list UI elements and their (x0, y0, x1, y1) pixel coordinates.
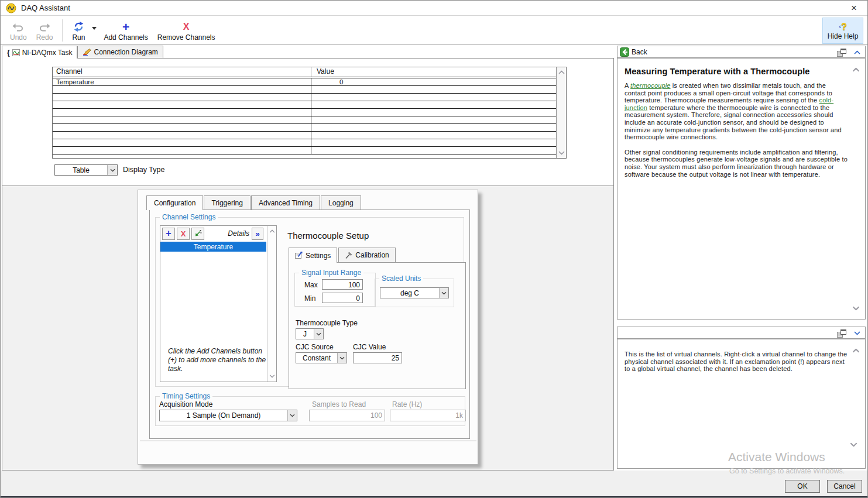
chevron-down-icon[interactable] (439, 288, 448, 298)
run-dropdown-button[interactable] (90, 23, 99, 33)
scroll-up-icon[interactable] (558, 70, 565, 74)
max-label: Max (304, 281, 318, 289)
collapse-panel-icon[interactable] (854, 50, 860, 54)
thermocouple-type-value: J (296, 329, 314, 339)
tab-connection-diagram-label: Connection Diagram (94, 48, 157, 56)
tab-settings[interactable]: Settings (289, 248, 337, 263)
tab-triggering[interactable]: Triggering (204, 195, 251, 209)
add-channel-button[interactable]: + (162, 228, 175, 240)
config-tab-strip: Configuration Triggering Advanced Timing… (146, 195, 362, 209)
float-window-icon[interactable] (837, 329, 846, 338)
tab-logging[interactable]: Logging (321, 195, 361, 209)
remove-channels-button[interactable]: X Remove Channels (153, 16, 220, 44)
table-row[interactable] (53, 101, 556, 109)
redo-label: Redo (36, 33, 53, 42)
channel-list-scrollbar[interactable] (267, 226, 276, 382)
cjc-value-label: CJC Value (353, 343, 386, 351)
channel-settings-group: Channel Settings + X Details » Temperatu… (155, 217, 464, 387)
add-channels-button[interactable]: + Add Channels (99, 16, 152, 44)
chevron-down-icon[interactable] (337, 353, 346, 363)
value-column-header: Value (311, 67, 556, 77)
app-icon (6, 3, 16, 13)
table-row[interactable] (53, 124, 556, 132)
thermocouple-settings-box: Signal Input Range Max 100 Min 0 Scaled … (289, 262, 466, 389)
chevron-down-icon[interactable] (287, 410, 297, 421)
rate-input[interactable]: 1k (390, 410, 466, 421)
channel-column-header: Channel (53, 67, 311, 77)
main-toolbar: Undo Redo Run + Add Chann (1, 16, 867, 45)
scroll-up-icon[interactable] (852, 67, 860, 72)
details-label: Details (228, 229, 252, 238)
undo-button[interactable]: Undo (5, 16, 32, 44)
delete-channel-button[interactable]: X (177, 228, 190, 240)
plus-icon: + (166, 229, 171, 238)
scroll-up-icon[interactable] (852, 348, 860, 353)
table-row[interactable] (53, 116, 556, 124)
details-expand-button[interactable]: » (252, 228, 263, 240)
samples-to-read-input[interactable]: 100 (309, 410, 385, 421)
help-paragraph-2: Other signal conditioning requirements i… (625, 149, 848, 178)
hide-help-button[interactable]: ‹? Hide Help (822, 18, 863, 44)
channel-list-item-selected[interactable]: Temperature (160, 242, 266, 252)
tab-configuration[interactable]: Configuration (146, 195, 203, 210)
context-help-header (617, 327, 866, 339)
max-input[interactable]: 100 (322, 279, 363, 290)
hide-help-label: Hide Help (828, 32, 859, 40)
table-row[interactable] (53, 86, 556, 94)
tab-calibration[interactable]: Calibration (338, 248, 395, 262)
cjc-value-input[interactable]: 25 (353, 352, 402, 363)
configuration-body: Channel Settings + X Details » Temperatu… (149, 209, 470, 439)
run-button[interactable]: Run (67, 16, 90, 44)
tab-connection-diagram[interactable]: Connection Diagram (77, 46, 163, 58)
chevron-down-icon[interactable] (107, 165, 117, 175)
tab-settings-label: Settings (306, 252, 331, 260)
double-chevron-icon: » (255, 229, 259, 238)
ok-button[interactable]: OK (785, 480, 820, 493)
thermocouple-link[interactable]: thermocouple (630, 82, 670, 89)
tab-advanced-timing[interactable]: Advanced Timing (251, 195, 320, 209)
table-row[interactable] (53, 147, 556, 154)
back-button[interactable]: Back (617, 47, 647, 57)
scroll-down-icon[interactable] (850, 442, 857, 447)
reroute-arrow-icon (194, 229, 202, 238)
taskbar-edge (1, 496, 867, 497)
display-type-select[interactable]: Table (54, 164, 118, 176)
cancel-button[interactable]: Cancel (827, 480, 862, 493)
table-header: Channel Value (53, 67, 556, 77)
table-row[interactable] (53, 94, 556, 101)
table-scrollbar[interactable] (556, 67, 566, 158)
expand-panel-icon[interactable] (854, 331, 860, 335)
min-input[interactable]: 0 (322, 293, 363, 303)
float-window-icon[interactable] (837, 49, 846, 57)
scaled-units-group: Scaled Units deg C (375, 279, 454, 307)
scaled-units-select[interactable]: deg C (380, 287, 449, 298)
task-tab-strip: { NI-DAQmx Task Connection Diagram (2, 46, 614, 58)
tab-triggering-label: Triggering (211, 199, 243, 207)
table-row[interactable]: Temperature 0 (53, 78, 556, 86)
table-row[interactable] (53, 132, 556, 139)
close-icon: × (851, 2, 857, 14)
activate-windows-watermark: Activate Windows (728, 450, 825, 464)
context-help-text: This is the list of virtual channels. Ri… (625, 351, 848, 373)
plus-icon: + (122, 20, 129, 32)
scroll-up-icon[interactable] (269, 229, 275, 233)
change-physical-channel-button[interactable] (191, 228, 204, 240)
window-title: DAQ Assistant (21, 4, 70, 12)
table-row[interactable] (53, 139, 556, 147)
scroll-down-icon[interactable] (558, 151, 565, 155)
thermocouple-type-select[interactable]: J (296, 328, 324, 339)
cjc-source-select[interactable]: Constant (296, 352, 347, 363)
redo-button[interactable]: Redo (32, 16, 58, 44)
tab-ni-daqmx-task[interactable]: { NI-DAQmx Task (2, 46, 77, 59)
scroll-down-icon[interactable] (269, 375, 275, 378)
acquisition-mode-select[interactable]: 1 Sample (On Demand) (159, 410, 297, 421)
table-row[interactable] (53, 109, 556, 116)
scroll-down-icon[interactable] (852, 306, 860, 311)
close-button[interactable]: × (840, 1, 867, 15)
context-help-box: This is the list of virtual channels. Ri… (617, 339, 866, 469)
chevron-down-icon[interactable] (314, 329, 323, 339)
channel-cell: Temperature (53, 78, 311, 85)
undo-icon (12, 20, 24, 32)
channel-settings-title: Channel Settings (160, 213, 218, 221)
channel-list-toolbar: + X Details » (160, 226, 266, 241)
